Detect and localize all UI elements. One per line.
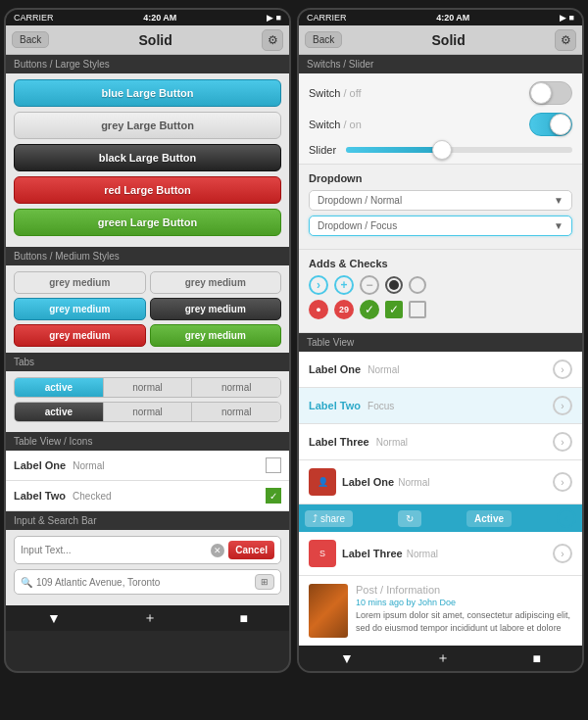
action-row: ⤴ share ↻ Active ‹ bbox=[299, 504, 582, 532]
post-body: Lorem ipsum dolor sit amet, consectetur … bbox=[356, 609, 572, 634]
square-outline-icon[interactable] bbox=[409, 301, 426, 318]
search-input[interactable] bbox=[36, 577, 255, 588]
slider-row: Slider bbox=[309, 144, 572, 156]
table-icons-section: Label One Normal Label Two Checked ✓ bbox=[6, 451, 289, 511]
right-table-section: Label One Normal › Label Two Focus › bbox=[299, 352, 582, 576]
large-buttons-section: blue Large Button grey Large Button blac… bbox=[6, 73, 289, 247]
post-thumbnail bbox=[309, 584, 348, 638]
circle-btn-right[interactable]: › bbox=[309, 275, 328, 295]
right-back-button[interactable]: Back bbox=[305, 31, 342, 48]
checkbox-unchecked[interactable] bbox=[266, 457, 281, 473]
r-row-6: S Label Three Normal › bbox=[299, 532, 582, 576]
r-row1-sub: Normal bbox=[368, 364, 399, 375]
refresh-button[interactable]: ↻ bbox=[398, 510, 421, 527]
r-chevron-2[interactable]: › bbox=[553, 396, 572, 415]
med-btn-6[interactable]: grey medium bbox=[150, 324, 282, 347]
right-nav-title: Solid bbox=[432, 32, 466, 48]
tab-normal-1[interactable]: normal bbox=[104, 378, 193, 397]
tabs-header: Tabs bbox=[6, 353, 289, 371]
tab-normal-3[interactable]: normal bbox=[104, 403, 193, 421]
r-row6-sub: Normal bbox=[407, 549, 438, 559]
left-back-button[interactable]: Back bbox=[12, 31, 49, 48]
black-large-button[interactable]: black Large Button bbox=[14, 144, 281, 171]
right-bottom-icon-2[interactable]: ＋ bbox=[436, 649, 450, 667]
left-carrier: CARRIER bbox=[14, 13, 54, 23]
right-gear-icon[interactable]: ⚙ bbox=[555, 29, 576, 51]
left-gear-icon[interactable]: ⚙ bbox=[262, 29, 283, 51]
input-section: ✕ Cancel 🔍 ⊞ bbox=[6, 530, 289, 605]
r-row-4: 👤 Label One Normal › bbox=[299, 460, 582, 504]
med-btn-1[interactable]: grey medium bbox=[14, 271, 146, 294]
toggle-off[interactable] bbox=[529, 81, 572, 105]
search-row: 🔍 ⊞ bbox=[14, 569, 281, 595]
bottom-icon-2[interactable]: ＋ bbox=[143, 609, 157, 627]
row2-sublabel: Checked bbox=[73, 491, 111, 502]
r-chevron-1[interactable]: › bbox=[553, 360, 572, 379]
toggle-thumb-off bbox=[530, 82, 552, 104]
post-author[interactable]: John Doe bbox=[418, 598, 457, 607]
r-chevron-5[interactable]: ‹ bbox=[557, 508, 576, 528]
green-large-button[interactable]: green Large Button bbox=[14, 209, 281, 236]
left-nav-bar: Back Solid ⚙ bbox=[6, 25, 289, 55]
check-square-icon[interactable]: ✓ bbox=[385, 301, 403, 318]
row1-sublabel: Normal bbox=[73, 460, 104, 471]
bottom-icon-3[interactable]: ■ bbox=[239, 610, 247, 626]
radio-checked[interactable] bbox=[385, 276, 403, 294]
avatar-1: 👤 bbox=[309, 468, 336, 496]
active-button[interactable]: Active bbox=[466, 510, 512, 527]
left-status-icons: ▶ ■ bbox=[267, 13, 281, 23]
dropdown-focus[interactable]: Dropdown / Focus ▼ bbox=[309, 216, 572, 236]
badge-count: 29 bbox=[334, 300, 354, 319]
right-nav-bar: Back Solid ⚙ bbox=[299, 25, 582, 55]
tab-active-2[interactable]: active bbox=[15, 403, 104, 421]
r-row-1: Label One Normal › bbox=[299, 352, 582, 388]
r-row2-label: Label Two bbox=[309, 400, 361, 411]
r-chevron-4[interactable]: › bbox=[553, 472, 572, 492]
toggle-thumb-on bbox=[550, 114, 571, 135]
text-input[interactable] bbox=[21, 545, 211, 555]
switch-on-label: Switch / on bbox=[309, 119, 362, 130]
right-status-icons: ▶ ■ bbox=[560, 13, 574, 23]
search-action-icon[interactable]: ⊞ bbox=[255, 574, 274, 590]
grey-large-button[interactable]: grey Large Button bbox=[14, 112, 281, 139]
bottom-icon-1[interactable]: ▼ bbox=[47, 610, 61, 626]
med-btn-2[interactable]: grey medium bbox=[150, 271, 282, 294]
circle-btn-plus[interactable]: + bbox=[334, 275, 354, 295]
cancel-button[interactable]: Cancel bbox=[228, 541, 274, 559]
dropdown-focus-label: Dropdown / Focus bbox=[318, 220, 397, 231]
med-btn-3[interactable]: grey medium bbox=[14, 298, 146, 320]
post-time: 10 mins ago bbox=[356, 598, 404, 607]
post-content: Post / Information 10 mins ago by John D… bbox=[356, 584, 572, 638]
right-carrier: CARRIER bbox=[307, 13, 347, 23]
radio-unchecked[interactable] bbox=[409, 276, 426, 294]
circle-btn-minus[interactable]: − bbox=[360, 275, 379, 295]
slider-thumb[interactable] bbox=[432, 140, 452, 160]
dropdown-title: Dropdown bbox=[309, 172, 572, 184]
table-row-2: Label Two Checked ✓ bbox=[6, 481, 289, 511]
check-circle-icon[interactable]: ✓ bbox=[360, 300, 379, 319]
left-phone: CARRIER 4:20 AM ▶ ■ Back Solid ⚙ Buttons… bbox=[4, 8, 291, 673]
blue-large-button[interactable]: blue Large Button bbox=[14, 79, 281, 107]
switch-off-label: Switch / off bbox=[309, 87, 362, 99]
tab-normal-2[interactable]: normal bbox=[192, 378, 280, 397]
slider-track[interactable] bbox=[346, 147, 572, 153]
tab-active-1[interactable]: active bbox=[15, 378, 104, 397]
row1-label: Label One bbox=[14, 459, 66, 471]
post-by: by bbox=[407, 598, 416, 607]
input-clear-icon[interactable]: ✕ bbox=[211, 544, 224, 557]
tab-normal-4[interactable]: normal bbox=[192, 403, 280, 421]
right-bottom-icon-3[interactable]: ■ bbox=[532, 650, 540, 666]
red-large-button[interactable]: red Large Button bbox=[14, 176, 281, 204]
r-chevron-3[interactable]: › bbox=[553, 432, 572, 452]
toggle-on[interactable] bbox=[529, 113, 572, 136]
r-chevron-6[interactable]: › bbox=[553, 544, 572, 563]
share-button[interactable]: ⤴ share bbox=[305, 510, 353, 527]
checkbox-checked[interactable]: ✓ bbox=[266, 488, 281, 504]
med-btn-5[interactable]: grey medium bbox=[14, 324, 146, 347]
dropdown-normal[interactable]: Dropdown / Normal ▼ bbox=[309, 190, 572, 211]
right-bottom-icon-1[interactable]: ▼ bbox=[340, 650, 354, 666]
right-table-header: Table View bbox=[299, 333, 582, 352]
med-btn-4[interactable]: grey medium bbox=[150, 298, 282, 320]
adds-row-1: › + − bbox=[309, 275, 572, 295]
r-row4-sub: Normal bbox=[398, 477, 429, 488]
